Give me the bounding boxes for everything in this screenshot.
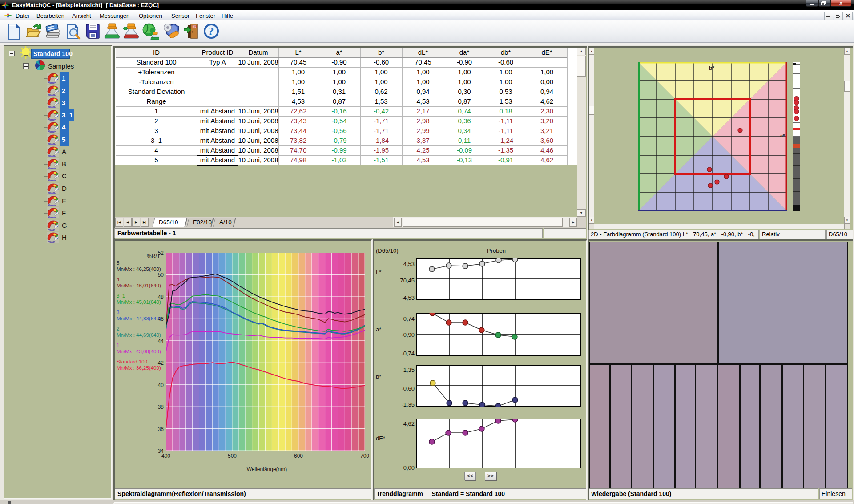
svg-text:?: ? (208, 25, 214, 37)
svg-text:b*: b* (709, 65, 714, 71)
svg-text:EXIT: EXIT (193, 26, 197, 28)
svg-text:a*: a* (780, 133, 785, 138)
